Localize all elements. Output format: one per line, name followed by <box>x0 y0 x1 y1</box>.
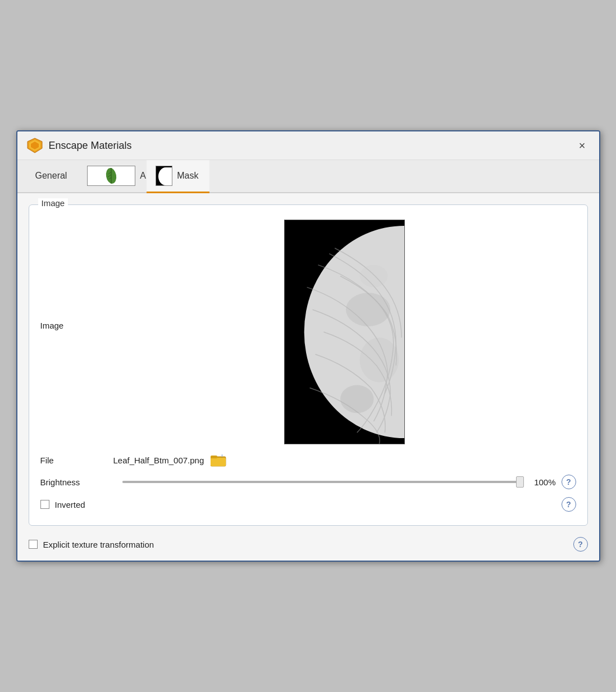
title-bar: Enscape Materials × <box>17 131 599 160</box>
group-label: Image <box>38 198 69 208</box>
svg-text:↑: ↑ <box>221 453 223 459</box>
file-name: Leaf_Half_Btm_007.png <box>113 456 204 465</box>
tab-mask[interactable]: Mask <box>147 160 209 193</box>
open-file-button[interactable]: ↑ <box>211 453 226 467</box>
mask-thumb-inner <box>156 166 172 185</box>
inverted-help-button[interactable]: ? <box>562 497 576 512</box>
svg-rect-17 <box>211 456 217 458</box>
explicit-texture-label: Explicit texture transformation <box>43 540 154 549</box>
main-content: Image Image <box>17 193 599 561</box>
inverted-row: Inverted ? <box>40 497 576 512</box>
explicit-texture-area: Explicit texture transformation <box>29 540 573 549</box>
svg-point-12 <box>360 338 399 383</box>
close-button[interactable]: × <box>574 138 590 153</box>
leaf-icon <box>104 166 118 185</box>
brightness-label: Brightness <box>40 477 113 487</box>
window-title: Enscape Materials <box>49 140 132 152</box>
brightness-slider-track <box>122 481 520 483</box>
title-bar-left: Enscape Materials <box>26 137 132 154</box>
svg-point-14 <box>360 265 388 288</box>
mask-image-svg <box>285 220 404 444</box>
inverted-label: Inverted <box>55 500 85 509</box>
image-group-box: Image Image <box>29 204 588 526</box>
tab-general-label: General <box>35 171 67 181</box>
tab-bar: General Albedo Mask <box>17 160 599 193</box>
image-preview <box>284 220 405 444</box>
svg-rect-16 <box>211 458 226 466</box>
mask-thumbnail <box>156 166 172 186</box>
explicit-texture-checkbox[interactable] <box>29 540 38 549</box>
main-window: Enscape Materials × General Albedo <box>16 130 600 562</box>
tab-mask-label: Mask <box>177 171 198 181</box>
tab-general[interactable]: General <box>26 160 79 193</box>
explicit-texture-help-button[interactable]: ? <box>573 537 588 552</box>
inverted-checkbox[interactable] <box>40 500 49 509</box>
brightness-slider-thumb[interactable] <box>516 476 524 488</box>
brightness-row: Brightness 100% ? <box>40 475 576 489</box>
app-icon <box>26 137 43 154</box>
bottom-row: Explicit texture transformation ? <box>29 535 588 552</box>
brightness-value: 100% <box>529 477 556 487</box>
file-label: File <box>40 456 113 465</box>
brightness-help-button[interactable]: ? <box>562 475 576 489</box>
svg-point-11 <box>346 293 390 326</box>
image-label: Image <box>40 321 113 330</box>
folder-icon: ↑ <box>211 453 226 467</box>
albedo-thumbnail <box>87 166 135 186</box>
brightness-slider-fill <box>122 481 520 483</box>
file-row: File Leaf_Half_Btm_007.png ↑ <box>40 453 576 467</box>
inverted-checkbox-area: Inverted <box>40 500 562 509</box>
brightness-slider-container <box>122 476 520 488</box>
svg-point-13 <box>340 385 373 413</box>
tab-albedo[interactable]: Albedo <box>78 160 147 193</box>
